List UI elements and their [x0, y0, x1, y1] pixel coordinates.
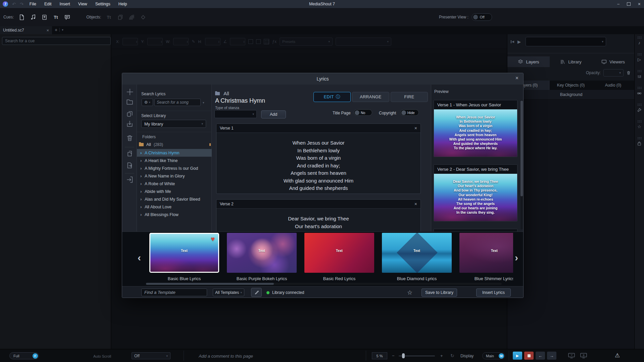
warning-icon[interactable]: ⚠	[615, 352, 620, 359]
template-blue-shimmer-lyrics[interactable]: TextBlue Shimmer Lyrics	[459, 233, 513, 281]
song-item[interactable]: ›A Heart like Thine	[137, 157, 212, 164]
dock-music[interactable]: ♪	[635, 34, 644, 51]
song-search-input[interactable]	[154, 99, 201, 106]
carousel-left-icon[interactable]: ‹	[138, 253, 141, 263]
favorite-star-icon[interactable]: ☆	[407, 289, 412, 296]
file-cue-button[interactable]	[17, 13, 26, 21]
dock-play[interactable]: ▷	[635, 51, 644, 68]
preview-slide[interactable]: Verse 2 - Dear Savior, we bring TheeDear…	[434, 164, 517, 221]
page-comment-input[interactable]	[198, 352, 354, 360]
menu-view[interactable]: View	[78, 2, 87, 6]
template-basic-blue-lyrics[interactable]: ♥TextBasic Blue Lyrics	[149, 233, 219, 281]
strip-duplicate-button[interactable]	[126, 150, 133, 157]
save-to-library-button[interactable]: Save to Library	[422, 289, 457, 297]
verse-text[interactable]: Dear Savior, we bring TheeOur heart's ad…	[216, 209, 420, 231]
close-tab-icon[interactable]: ×	[46, 28, 49, 33]
trash-icon[interactable]	[626, 70, 631, 75]
fx-icon[interactable]: ƒx	[272, 39, 277, 44]
tab-viewers[interactable]: Viewers	[592, 56, 634, 67]
stage-monitor-icon[interactable]	[580, 353, 587, 359]
anchor-grid[interactable]	[264, 39, 269, 44]
song-item[interactable]: ›Abide with Me	[137, 188, 212, 195]
text-cue-button[interactable]: Tt	[51, 13, 60, 21]
carousel-right-icon[interactable]: ›	[515, 253, 518, 263]
play-button[interactable]: ▶	[513, 352, 522, 360]
undo-icon[interactable]: ↶	[12, 2, 16, 7]
subtab-audio[interactable]: Audio (0)	[592, 81, 634, 90]
stanza-type-dropdown[interactable]: ▾	[214, 110, 257, 118]
carousel-scrollbar-thumb[interactable]	[146, 283, 274, 285]
zoom-slider-knob[interactable]	[402, 353, 405, 358]
all-folder-row[interactable]: All (283)	[139, 142, 211, 148]
main-monitor-icon[interactable]	[568, 353, 575, 359]
tab-arrange[interactable]: ARRANGE	[352, 92, 389, 102]
verse-text[interactable]: When Jesus our SaviorIn Bethlehem lowlyW…	[216, 133, 420, 192]
dialog-close-icon[interactable]: ×	[515, 75, 518, 81]
strip-export-button[interactable]	[126, 162, 133, 169]
previous-button[interactable]: ←	[536, 352, 545, 360]
field-y[interactable]: ▴▾	[147, 38, 163, 45]
title-page-toggle[interactable]: No	[354, 109, 372, 116]
bible-cue-button[interactable]	[40, 13, 49, 21]
library-dropdown[interactable]: My library▾	[141, 120, 206, 128]
zoom-out-button[interactable]: −	[392, 353, 395, 358]
tab-library[interactable]: Library	[550, 56, 592, 67]
auto-scroll-dropdown[interactable]: Off▾	[132, 352, 170, 359]
menu-settings[interactable]: Settings	[95, 2, 110, 6]
effects-dropdown[interactable]: ▾	[336, 38, 391, 46]
strip-trash-button[interactable]	[126, 134, 133, 142]
dialog-titlebar[interactable]: Lyrics ×	[122, 73, 523, 85]
search-dropdown-arrow[interactable]: ▾	[203, 101, 204, 104]
menu-file[interactable]: File	[30, 2, 36, 6]
template-filter-dropdown[interactable]: All Templates▾	[213, 289, 244, 296]
field-w[interactable]: ▴▾	[173, 38, 189, 45]
minimize-button[interactable]: –	[617, 2, 620, 6]
background-layer-row[interactable]: Background	[507, 90, 635, 100]
skip-to-start-icon[interactable]: ◀	[511, 40, 514, 43]
menu-help[interactable]: Help	[118, 2, 127, 6]
strip-add-button[interactable]	[126, 88, 133, 95]
refresh-icon[interactable]: ↻	[450, 353, 454, 358]
strip-exit-button[interactable]	[126, 176, 133, 183]
dock-playlist[interactable]	[635, 68, 644, 85]
preview-slide[interactable]: Verse 1 - When Jesus our SaviorWhen Jesu…	[434, 100, 517, 157]
song-item[interactable]: ›A Robe of White	[137, 180, 212, 188]
tab-menu-arrow[interactable]: ▾	[62, 28, 63, 32]
strip-save-button[interactable]	[126, 120, 133, 127]
song-item[interactable]: ›All About Love	[137, 203, 212, 211]
cue-select-dropdown[interactable]: ▾	[526, 37, 606, 46]
template-blue-diamond-lyrics[interactable]: TextBlue Diamond Lyrics	[382, 233, 452, 281]
add-stanza-button[interactable]: Add	[261, 110, 286, 118]
display-toggle[interactable]: Main M	[482, 352, 505, 359]
song-item[interactable]: ›Alas and Did My Savior Bleed	[137, 195, 212, 203]
redo-icon[interactable]: ↷	[20, 2, 23, 7]
stop-button[interactable]	[524, 352, 534, 360]
zoom-in-button[interactable]: +	[440, 353, 443, 358]
close-icon[interactable]: ×	[414, 125, 417, 131]
dock-bag[interactable]	[635, 135, 644, 152]
search-options-button[interactable]: ⚙ ▾	[142, 99, 153, 106]
presets-dropdown[interactable]: Presets▾	[280, 38, 333, 46]
template-basic-red-lyrics[interactable]: TextBasic Red Lyrics	[304, 233, 374, 281]
preview-scrollbar-thumb[interactable]	[521, 101, 523, 196]
copyright-toggle[interactable]: Hide	[400, 109, 419, 116]
find-template-input[interactable]	[141, 289, 207, 296]
template-basic-purple-bokeh-lyrics[interactable]: TextBasic Purple Bokeh Lyrics	[227, 233, 297, 281]
layer-down-icon[interactable]	[256, 39, 261, 44]
presenter-view-toggle[interactable]: Off	[472, 13, 492, 21]
strip-folder-button[interactable]	[126, 98, 133, 105]
dock-wrench[interactable]	[635, 101, 644, 118]
menu-insert[interactable]: Insert	[60, 2, 70, 6]
field-h[interactable]: ▴▾	[205, 38, 220, 45]
cue-search-input[interactable]	[2, 37, 111, 45]
subtab-key[interactable]: Key Objects (0)	[550, 81, 592, 90]
opacity-dropdown[interactable]: ▾	[603, 69, 624, 76]
tab-layers[interactable]: Layers	[507, 56, 550, 67]
comment-cue-button[interactable]	[63, 13, 71, 21]
tab-fire[interactable]: FIRE	[391, 92, 428, 102]
song-item[interactable]: ›A Christmas Hymn	[137, 149, 212, 157]
insert-lyrics-button[interactable]: Insert Lyrics	[476, 289, 511, 297]
strip-copy-button[interactable]	[126, 110, 133, 117]
angle-field[interactable]: ▴▾	[230, 38, 245, 45]
theme-brush-button[interactable]	[251, 288, 262, 297]
